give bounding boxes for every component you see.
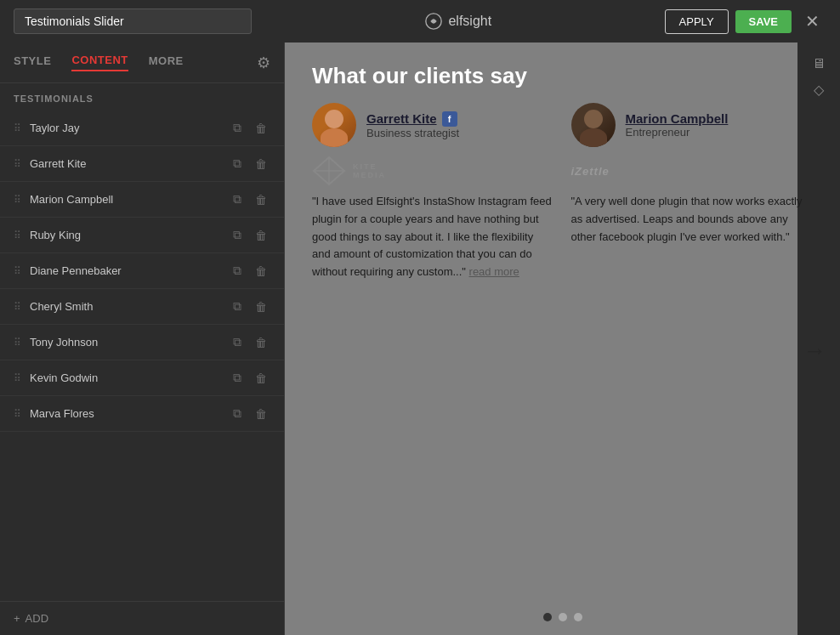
elfsight-logo: elfsight	[424, 12, 491, 31]
testimonial-text-1: "I have used Elfsight's InstaShow Instag…	[312, 193, 554, 281]
testimonial-name: Cheryl Smith	[30, 300, 230, 313]
topbar-actions: APPLY SAVE ✕	[665, 8, 826, 35]
testimonial-name: Ruby King	[30, 229, 230, 241]
delete-button[interactable]: 🗑	[252, 405, 270, 422]
add-testimonial-button[interactable]: + ADD	[0, 601, 284, 635]
item-actions: ⧉ 🗑	[230, 155, 270, 173]
delete-button[interactable]: 🗑	[252, 334, 270, 351]
drag-handle-icon[interactable]: ⠿	[14, 194, 21, 206]
delete-button[interactable]: 🗑	[252, 120, 270, 137]
izettle-logo: iZettle	[571, 165, 610, 178]
left-panel: STYLE CONTENT MORE ⚙ TESTIMONIALS ⠿ Tayl…	[0, 43, 285, 635]
list-item[interactable]: ⠿ Taylor Jay ⧉ 🗑	[0, 111, 284, 146]
author-name-row-1: Garrett Kite f	[366, 111, 459, 127]
testimonial-name: Marva Flores	[30, 407, 230, 420]
copy-button[interactable]: ⧉	[230, 369, 245, 387]
testimonial-name: Diane Pennebaker	[30, 264, 230, 277]
delete-button[interactable]: 🗑	[252, 298, 270, 315]
author-title-1: Business strategist	[366, 127, 459, 139]
list-item[interactable]: ⠿ Cheryl Smith ⧉ 🗑	[0, 289, 284, 325]
tab-bar: STYLE CONTENT MORE ⚙	[0, 43, 284, 83]
item-actions: ⧉ 🗑	[230, 298, 270, 315]
delete-button[interactable]: 🗑	[252, 156, 270, 173]
testimonial-card-1: Garrett Kite f Business strategist	[312, 103, 554, 599]
testimonials-section-label: TESTIMONIALS	[0, 83, 284, 111]
logo-text: elfsight	[448, 14, 491, 29]
edge-panel: 🖥 ◇	[797, 43, 840, 635]
copy-button[interactable]: ⧉	[230, 405, 245, 422]
drag-handle-icon[interactable]: ⠿	[14, 230, 21, 241]
avatar-garrett	[312, 103, 356, 147]
settings-icon[interactable]: ⚙	[257, 54, 270, 72]
pagination-dots	[285, 599, 840, 635]
diamond-icon[interactable]: ◇	[814, 82, 824, 98]
item-actions: ⧉ 🗑	[230, 262, 270, 280]
facebook-icon: f	[442, 111, 457, 127]
testimonial-text-2: "A very well done plugin that now works …	[571, 193, 814, 246]
list-item[interactable]: ⠿ Garrett Kite ⧉ 🗑	[0, 146, 284, 182]
card-author-1: Garrett Kite f Business strategist	[312, 103, 554, 147]
drag-handle-icon[interactable]: ⠿	[14, 122, 21, 134]
list-item[interactable]: ⠿ Marva Flores ⧉ 🗑	[0, 396, 284, 432]
brand-logo-1: KITE MEDIA	[312, 156, 554, 186]
add-label: ADD	[26, 612, 48, 625]
tab-style[interactable]: STYLE	[14, 54, 51, 71]
list-item[interactable]: ⠿ Ruby King ⧉ 🗑	[0, 218, 284, 253]
save-button[interactable]: SAVE	[735, 10, 792, 33]
author-title-2: Entrepreneur	[626, 126, 729, 139]
list-item[interactable]: ⠿ Diane Pennebaker ⧉ 🗑	[0, 253, 284, 289]
monitor-icon[interactable]: 🖥	[812, 56, 826, 71]
kite-media-svg	[312, 156, 346, 186]
dot-3[interactable]	[574, 613, 582, 621]
widget-title-input[interactable]	[14, 9, 252, 34]
author-name-1: Garrett Kite	[366, 111, 437, 126]
delete-button[interactable]: 🗑	[252, 191, 270, 208]
item-actions: ⧉ 🗑	[230, 226, 270, 244]
item-actions: ⧉ 🗑	[230, 190, 270, 208]
author-name-2: Marion Campbell	[626, 111, 729, 126]
delete-button[interactable]: 🗑	[252, 227, 270, 244]
preview-title: What our clients say	[285, 43, 840, 103]
drag-handle-icon[interactable]: ⠿	[14, 372, 21, 384]
brand-logo-2: iZettle	[571, 156, 814, 186]
drag-handle-icon[interactable]: ⠿	[14, 301, 21, 313]
delete-button[interactable]: 🗑	[252, 263, 270, 280]
card-author-2: Marion Campbell Entrepreneur	[571, 103, 814, 147]
apply-button[interactable]: APPLY	[665, 9, 729, 34]
close-button[interactable]: ✕	[798, 8, 826, 35]
tab-content[interactable]: CONTENT	[71, 54, 128, 71]
main-layout: STYLE CONTENT MORE ⚙ TESTIMONIALS ⠿ Tayl…	[0, 43, 840, 635]
topbar: elfsight APPLY SAVE ✕	[0, 0, 840, 43]
testimonial-name: Garrett Kite	[30, 157, 230, 170]
item-actions: ⧉ 🗑	[230, 119, 270, 137]
copy-button[interactable]: ⧉	[230, 298, 245, 315]
drag-handle-icon[interactable]: ⠿	[14, 337, 21, 349]
avatar-marion	[571, 103, 616, 147]
list-item[interactable]: ⠿ Marion Campbell ⧉ 🗑	[0, 182, 284, 218]
preview-panel: What our clients say Garrett Kite f Busi…	[285, 43, 840, 635]
copy-button[interactable]: ⧉	[230, 190, 245, 208]
copy-button[interactable]: ⧉	[230, 333, 245, 351]
dot-1[interactable]	[543, 613, 552, 621]
copy-button[interactable]: ⧉	[230, 262, 245, 280]
testimonials-list: ⠿ Taylor Jay ⧉ 🗑 ⠿ Garrett Kite ⧉ 🗑 ⠿ Ma…	[0, 111, 284, 601]
read-more-link[interactable]: read more	[469, 265, 519, 278]
testimonial-name: Taylor Jay	[30, 122, 230, 134]
copy-button[interactable]: ⧉	[230, 119, 245, 137]
author-info-2: Marion Campbell Entrepreneur	[626, 111, 729, 139]
item-actions: ⧉ 🗑	[230, 405, 270, 422]
list-item[interactable]: ⠿ Tony Johnson ⧉ 🗑	[0, 325, 284, 360]
testimonial-card-2: Marion Campbell Entrepreneur iZettle "A …	[571, 103, 814, 599]
item-actions: ⧉ 🗑	[230, 369, 270, 387]
delete-button[interactable]: 🗑	[252, 370, 270, 387]
add-icon: +	[14, 612, 20, 625]
tab-more[interactable]: MORE	[149, 54, 184, 71]
drag-handle-icon[interactable]: ⠿	[14, 408, 21, 420]
list-item[interactable]: ⠿ Kevin Godwin ⧉ 🗑	[0, 360, 284, 396]
drag-handle-icon[interactable]: ⠿	[14, 265, 21, 277]
media-label: MEDIA	[353, 171, 386, 179]
dot-2[interactable]	[559, 613, 567, 621]
copy-button[interactable]: ⧉	[230, 226, 245, 244]
copy-button[interactable]: ⧉	[230, 155, 245, 173]
drag-handle-icon[interactable]: ⠿	[14, 158, 21, 170]
